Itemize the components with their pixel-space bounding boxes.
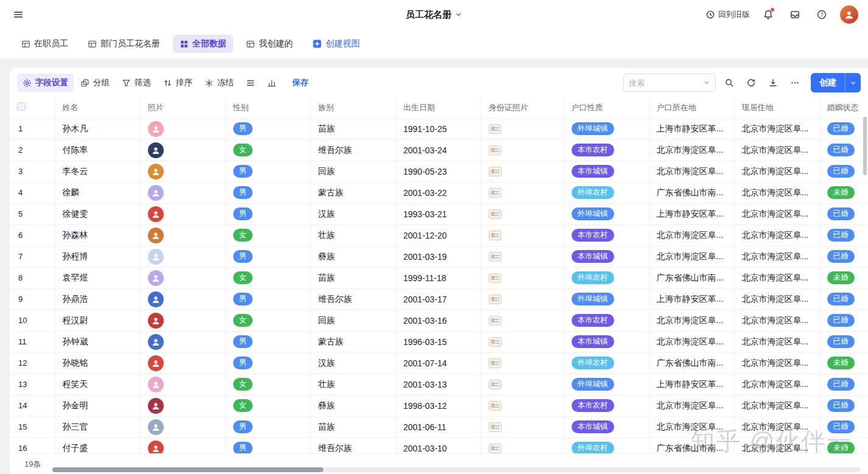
cell-name[interactable]: 付陈率: [55, 139, 140, 161]
cell-photo[interactable]: [140, 161, 225, 182]
cell-ethnicity[interactable]: 回族: [310, 161, 396, 182]
cell-marital[interactable]: 已婚: [819, 288, 868, 310]
table-row[interactable]: 10 程汉尉 女 回族 2001-03-16 本市农村 北京市海淀区阜... 北…: [10, 310, 868, 331]
column-header-5[interactable]: 出生日期: [396, 97, 481, 118]
cell-marital[interactable]: 已婚: [819, 331, 868, 352]
cell-birth-date[interactable]: 2001-03-13: [396, 374, 481, 395]
table-row[interactable]: 2 付陈率 女 维吾尔族 2001-03-24 本市农村 北京市海淀区阜... …: [10, 139, 868, 161]
cell-id-photo[interactable]: [481, 203, 564, 225]
cell-gender[interactable]: 男: [225, 203, 310, 225]
column-header-3[interactable]: 性别: [225, 97, 310, 118]
row-number[interactable]: 15: [10, 416, 55, 437]
cell-photo[interactable]: [140, 310, 225, 331]
cell-marital[interactable]: 未婚: [819, 182, 868, 203]
tab-active-employees[interactable]: 在职员工: [15, 35, 75, 53]
cell-photo[interactable]: [140, 437, 225, 453]
table-row[interactable]: 13 程笑天 女 壮族 2001-03-13 外埠城镇 上海市静安区革... 北…: [10, 374, 868, 395]
cell-marital[interactable]: 已婚: [819, 225, 868, 246]
cell-residence[interactable]: 北京市海淀区阜...: [734, 246, 819, 267]
cell-hukou-type[interactable]: 外埠农村: [564, 352, 649, 374]
cell-birth-date[interactable]: 1993-03-21: [396, 203, 481, 225]
column-header-4[interactable]: 族别: [310, 97, 396, 118]
row-number[interactable]: 12: [10, 352, 55, 374]
row-number[interactable]: 8: [10, 267, 55, 288]
table-row[interactable]: 16 付子盛 男 维吾尔族 2001-03-10 外埠农村 广东省佛山市南...…: [10, 437, 868, 453]
user-avatar[interactable]: [840, 5, 858, 24]
cell-photo[interactable]: [140, 246, 225, 267]
horizontal-scrollbar-thumb[interactable]: [52, 467, 323, 472]
cell-hukou-type[interactable]: 外埠城镇: [564, 203, 649, 225]
row-number[interactable]: 14: [10, 395, 55, 416]
cell-marital[interactable]: 未婚: [819, 352, 868, 374]
cell-ethnicity[interactable]: 维吾尔族: [310, 139, 396, 161]
cell-name[interactable]: 程汉尉: [55, 310, 140, 331]
cell-hukou-location[interactable]: 广东省佛山市南...: [649, 352, 734, 374]
cell-birth-date[interactable]: 1991-10-25: [396, 118, 481, 139]
cell-marital[interactable]: 已婚: [819, 118, 868, 139]
column-header-2[interactable]: 照片: [140, 97, 225, 118]
cell-name[interactable]: 徐麟: [55, 182, 140, 203]
cell-birth-date[interactable]: 1990-05-23: [396, 161, 481, 182]
cell-gender[interactable]: 女: [225, 395, 310, 416]
cell-name[interactable]: 付子盛: [55, 437, 140, 453]
row-number[interactable]: 6: [10, 225, 55, 246]
cell-gender[interactable]: 男: [225, 246, 310, 267]
cell-hukou-location[interactable]: 上海市静安区革...: [649, 288, 734, 310]
cell-gender[interactable]: 男: [225, 352, 310, 374]
cell-name[interactable]: 袁罕煜: [55, 267, 140, 288]
cell-id-photo[interactable]: [481, 139, 564, 161]
cell-gender[interactable]: 男: [225, 288, 310, 310]
table-row[interactable]: 15 孙三官 男 苗族 2001-06-11 本市城镇 北京市海淀区阜... 北…: [10, 416, 868, 437]
cell-hukou-type[interactable]: 本市城镇: [564, 161, 649, 182]
more-button[interactable]: [786, 74, 803, 91]
cell-marital[interactable]: 已婚: [819, 203, 868, 225]
column-header-7[interactable]: 户口性质: [564, 97, 649, 118]
cell-hukou-location[interactable]: 广东省佛山市南...: [649, 182, 734, 203]
cell-hukou-location[interactable]: 广东省佛山市南...: [649, 437, 734, 453]
cell-id-photo[interactable]: [481, 267, 564, 288]
chart-button[interactable]: [262, 75, 282, 91]
row-height-button[interactable]: [240, 75, 261, 91]
group-button[interactable]: 分组: [75, 74, 115, 92]
table-row[interactable]: 12 孙晓铭 男 汉族 2001-07-14 外埠农村 广东省佛山市南... 北…: [10, 352, 868, 374]
cell-photo[interactable]: [140, 416, 225, 437]
cell-residence[interactable]: 北京市海淀区阜...: [734, 395, 819, 416]
cell-name[interactable]: 程笑天: [55, 374, 140, 395]
cell-birth-date[interactable]: 2001-03-17: [396, 288, 481, 310]
cell-gender[interactable]: 女: [225, 310, 310, 331]
search-input[interactable]: [629, 78, 701, 88]
back-to-old-version-button[interactable]: 回到旧版: [705, 9, 750, 20]
cell-id-photo[interactable]: [481, 246, 564, 267]
cell-gender[interactable]: 女: [225, 225, 310, 246]
cell-gender[interactable]: 男: [225, 182, 310, 203]
app-title-dropdown[interactable]: 员工花名册: [406, 9, 463, 21]
cell-id-photo[interactable]: [481, 437, 564, 453]
cell-hukou-type[interactable]: 本市城镇: [564, 246, 649, 267]
cell-birth-date[interactable]: 2001-03-19: [396, 246, 481, 267]
cell-photo[interactable]: [140, 395, 225, 416]
row-number[interactable]: 2: [10, 139, 55, 161]
cell-photo[interactable]: [140, 118, 225, 139]
cell-hukou-location[interactable]: 上海市静安区革...: [649, 203, 734, 225]
cell-hukou-type[interactable]: 本市农村: [564, 225, 649, 246]
hamburger-menu-button[interactable]: [10, 6, 27, 23]
cell-ethnicity[interactable]: 彝族: [310, 395, 396, 416]
cell-id-photo[interactable]: [481, 310, 564, 331]
cell-hukou-type[interactable]: 外埠农村: [564, 182, 649, 203]
cell-hukou-location[interactable]: 北京市海淀区阜...: [649, 139, 734, 161]
cell-name[interactable]: 孙木凡: [55, 118, 140, 139]
cell-marital[interactable]: 已婚: [819, 246, 868, 267]
cell-residence[interactable]: 北京市海淀区阜...: [734, 118, 819, 139]
cell-residence[interactable]: 北京市海淀区阜...: [734, 310, 819, 331]
cell-hukou-type[interactable]: 本市农村: [564, 395, 649, 416]
freeze-button[interactable]: 冻结: [199, 74, 239, 92]
create-button[interactable]: 创建: [811, 73, 861, 92]
row-number[interactable]: 1: [10, 118, 55, 139]
cell-hukou-location[interactable]: 北京市海淀区阜...: [649, 416, 734, 437]
cell-id-photo[interactable]: [481, 416, 564, 437]
cell-ethnicity[interactable]: 汉族: [310, 203, 396, 225]
cell-birth-date[interactable]: 2001-06-11: [396, 416, 481, 437]
column-header-10[interactable]: 婚姻状态: [819, 97, 868, 118]
cell-hukou-type[interactable]: 本市农村: [564, 310, 649, 331]
cell-hukou-location[interactable]: 北京市海淀区阜...: [649, 310, 734, 331]
